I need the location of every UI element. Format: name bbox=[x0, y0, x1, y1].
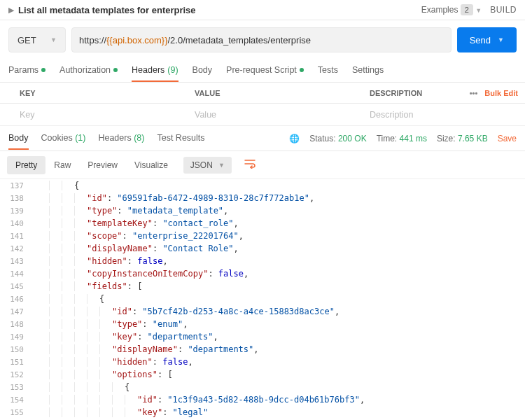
code-line: 151"hidden": false, bbox=[0, 356, 525, 368]
send-button[interactable]: Send ▼ bbox=[457, 27, 517, 52]
tab-prerequest[interactable]: Pre-request Script bbox=[226, 59, 304, 82]
body-view-bar: Pretty Raw Preview Visualize JSON ▼ bbox=[0, 151, 525, 179]
resp-tab-headers[interactable]: Headers (8) bbox=[98, 127, 144, 150]
kv-options-icon[interactable]: ••• bbox=[465, 89, 482, 97]
wrap-lines-icon[interactable] bbox=[239, 155, 261, 174]
code-line: 147"id": "5b7cf42b-d253-4a8c-a4ce-15883d… bbox=[0, 305, 525, 318]
examples-count-badge: 2 bbox=[461, 4, 473, 15]
chevron-down-icon: ▼ bbox=[498, 36, 504, 43]
code-line: 154"id": "1c3f9a43-5d82-488b-9dcc-d04b61… bbox=[0, 393, 525, 406]
request-tabs: Params Authorization Headers (9) Body Pr… bbox=[0, 59, 525, 83]
code-line: 149"key": "departments", bbox=[0, 330, 525, 343]
modified-dot-icon bbox=[41, 68, 46, 72]
url-input[interactable]: https://{{api.box.com}}/2.0/metadata_tem… bbox=[71, 27, 451, 52]
kv-key-input[interactable]: Key bbox=[0, 110, 195, 120]
code-line: 142"displayName": "Contact Role", bbox=[0, 242, 525, 255]
view-preview[interactable]: Preview bbox=[79, 156, 126, 174]
tab-tests[interactable]: Tests bbox=[318, 59, 338, 82]
code-line: 145"fields": [ bbox=[0, 280, 525, 293]
request-url-row: GET ▼ https://{{api.box.com}}/2.0/metada… bbox=[0, 20, 525, 59]
tab-settings[interactable]: Settings bbox=[352, 59, 384, 82]
size-label: Size: 7.65 KB bbox=[437, 134, 488, 144]
http-method-select[interactable]: GET ▼ bbox=[8, 27, 66, 52]
view-visualize[interactable]: Visualize bbox=[126, 156, 176, 174]
request-title: List all metadata templates for enterpri… bbox=[18, 5, 421, 15]
request-title-bar: ▶ List all metadata templates for enterp… bbox=[0, 0, 525, 20]
modified-dot-icon bbox=[300, 68, 304, 72]
code-line: 140"templateKey": "contact_role", bbox=[0, 217, 525, 230]
resp-tab-body[interactable]: Body bbox=[8, 127, 29, 150]
kv-header-desc: DESCRIPTION bbox=[370, 89, 465, 97]
resp-tab-cookies[interactable]: Cookies (1) bbox=[41, 127, 86, 150]
kv-header-value: VALUE bbox=[195, 89, 370, 97]
chevron-down-icon: ▼ bbox=[50, 36, 57, 43]
build-link[interactable]: BUILD bbox=[490, 5, 517, 15]
chevron-down-icon: ▼ bbox=[218, 162, 225, 169]
code-line: 146{ bbox=[0, 293, 525, 305]
view-pretty[interactable]: Pretty bbox=[7, 156, 46, 174]
response-body-code[interactable]: 137{138"id": "69591fab-6472-4989-8310-28… bbox=[0, 179, 525, 420]
kv-desc-input[interactable]: Description bbox=[370, 110, 525, 120]
code-line: 150"displayName": "departments", bbox=[0, 343, 525, 356]
url-variable: {{api.box.com}} bbox=[106, 35, 167, 46]
modified-dot-icon bbox=[113, 68, 118, 72]
tab-headers[interactable]: Headers (9) bbox=[132, 59, 178, 82]
code-line: 137{ bbox=[0, 179, 525, 192]
kv-header-key: KEY bbox=[0, 89, 195, 97]
save-response-link[interactable]: Save bbox=[498, 134, 517, 144]
tab-authorization[interactable]: Authorization bbox=[59, 59, 118, 82]
code-line: 148"type": "enum", bbox=[0, 318, 525, 330]
kv-empty-row[interactable]: Key Value Description bbox=[0, 104, 525, 126]
resp-tab-tests[interactable]: Test Results bbox=[157, 127, 204, 150]
expand-icon[interactable]: ▶ bbox=[8, 6, 14, 15]
time-label: Time: 441 ms bbox=[377, 134, 427, 144]
code-line: 139"type": "metadata_template", bbox=[0, 204, 525, 217]
code-line: 155"key": "legal" bbox=[0, 406, 525, 419]
format-select[interactable]: JSON ▼ bbox=[183, 157, 232, 174]
kv-header-row: KEY VALUE DESCRIPTION ••• Bulk Edit bbox=[0, 83, 525, 104]
code-line: 141"scope": "enterprise_22201764", bbox=[0, 230, 525, 242]
kv-value-input[interactable]: Value bbox=[195, 110, 370, 120]
code-line: 153{ bbox=[0, 381, 525, 393]
network-icon[interactable]: 🌐 bbox=[289, 134, 300, 144]
response-tabs: Body Cookies (1) Headers (8) Test Result… bbox=[0, 126, 525, 151]
tab-body[interactable]: Body bbox=[192, 59, 213, 82]
status-label: Status: 200 OK bbox=[309, 134, 366, 144]
code-line: 138"id": "69591fab-6472-4989-8310-28c7f7… bbox=[0, 192, 525, 204]
tab-params[interactable]: Params bbox=[8, 59, 46, 82]
chevron-down-icon: ▼ bbox=[475, 7, 482, 14]
examples-dropdown[interactable]: Examples 2 ▼ bbox=[421, 4, 482, 15]
bulk-edit-link[interactable]: Bulk Edit bbox=[482, 89, 521, 97]
code-line: 143"hidden": false, bbox=[0, 255, 525, 267]
view-raw[interactable]: Raw bbox=[46, 156, 79, 174]
code-line: 152"options": [ bbox=[0, 368, 525, 381]
code-line: 144"copyInstanceOnItemCopy": false, bbox=[0, 267, 525, 280]
